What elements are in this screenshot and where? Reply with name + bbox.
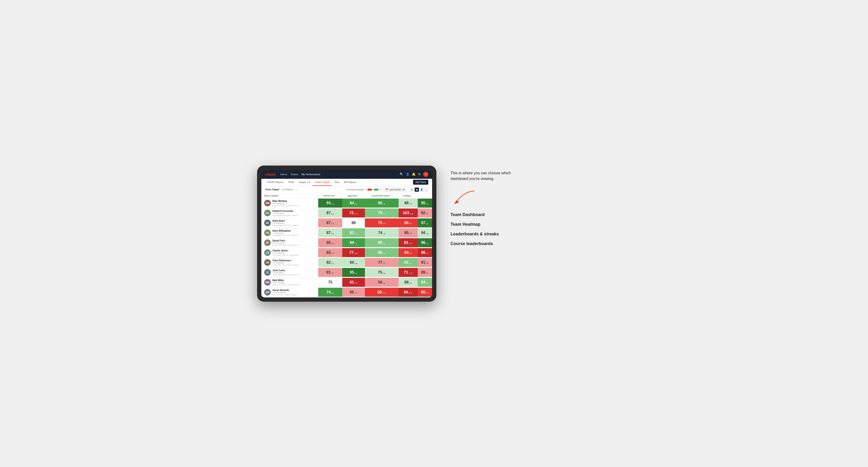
view-download-btn[interactable]: ↓ xyxy=(424,187,428,192)
round-change-control: 20 Round Change -5 +5 xyxy=(346,188,382,191)
player-cell[interactable]: EEElliot Ebert1-5 HandicapSunningdale Go… xyxy=(261,218,318,228)
annotation-course-leaderboards: Course leaderboards xyxy=(451,241,531,246)
player-cell[interactable]: MMMatt Miller6-10 HandicapWoburn Golf Cl… xyxy=(261,277,318,287)
score-value: 85 xyxy=(327,241,331,245)
user-icon[interactable]: 👤 xyxy=(406,173,409,176)
score-change: 3▲ xyxy=(426,243,429,245)
score-cell: 871▲ xyxy=(318,208,342,218)
tab-tour[interactable]: Tour xyxy=(332,179,342,186)
player-avatar: CR xyxy=(264,259,271,266)
score-value: 89 xyxy=(350,241,354,245)
edit-icon[interactable]: ✎ xyxy=(295,188,297,191)
nav-home[interactable]: Home xyxy=(280,172,287,177)
player-cell[interactable]: ANAaron Nicholls11-15 HandicapDrift Golf… xyxy=(261,287,318,297)
view-grid-btn[interactable]: ⊞ xyxy=(410,187,414,192)
score-cell: 7111▼ xyxy=(399,268,418,277)
score-cell: 943▲ xyxy=(418,277,432,287)
player-cell[interactable]: JCJosh Coles1-5 HandicapRoyal North Devo… xyxy=(261,268,318,277)
score-value: 81 xyxy=(327,270,331,275)
player-cell[interactable]: DBDave Billingham1-5 HandicapGog Magog G… xyxy=(261,228,318,238)
team-name: Team Clippd xyxy=(265,188,279,191)
settings-icon[interactable]: ⚙ xyxy=(418,173,421,176)
score-value: 84 xyxy=(404,290,408,294)
score-cell: 853▼ xyxy=(399,228,418,238)
player-club: Sunningdale Golf Club, United Kingdom xyxy=(272,224,301,226)
table-row[interactable]: BMBlair McHargPlus HandicapRoyal North D… xyxy=(261,198,432,208)
score-cell: 941▲ xyxy=(418,228,432,238)
change-scale xyxy=(368,189,378,191)
table-row[interactable]: MMMatt Miller6-10 HandicapWoburn Golf Cl… xyxy=(261,277,432,287)
score-change: 5▲ xyxy=(426,223,429,225)
last-rounds-label: Last Rounds: xyxy=(389,188,401,191)
score-value: 103 xyxy=(403,211,409,215)
view-person-btn[interactable]: 👤 xyxy=(420,187,424,192)
last-rounds-button[interactable]: 📅 Last Rounds: 20 xyxy=(383,187,407,192)
app-logo: clippd xyxy=(265,173,276,176)
score-value: 77 xyxy=(378,260,382,264)
table-row[interactable]: ECEdward Crossman1-5 HandicapSunningdale… xyxy=(261,208,432,218)
tab-pga[interactable]: PGA xyxy=(286,179,296,186)
score-change: 3▼ xyxy=(331,223,334,225)
player-cell[interactable]: ECEdward Crossman1-5 HandicapSunningdale… xyxy=(261,208,318,218)
verified-icon: ✓ xyxy=(291,259,293,261)
score-value: 83 xyxy=(404,250,409,255)
col-putting: Putting → xyxy=(399,193,418,198)
player-name: Chris Robertson✓ xyxy=(272,259,299,262)
tab-pgat-players[interactable]: PGAT Players xyxy=(265,179,286,186)
player-name: Josh Coles xyxy=(272,269,301,272)
player-avatar: CQ xyxy=(264,249,271,256)
score-cell: 866▼ xyxy=(399,218,418,228)
table-row[interactable]: JCJosh Coles1-5 HandicapRoyal North Devo… xyxy=(261,268,432,277)
view-heatmap-btn[interactable]: ▦ xyxy=(415,187,419,192)
player-avatar: BM xyxy=(264,200,271,206)
table-row[interactable]: DFDavid Ford✓Plus HandicapRoyal North De… xyxy=(261,238,432,248)
player-avatar: DF xyxy=(264,239,271,246)
score-value: 58 xyxy=(378,280,382,284)
player-club: Drift Golf Club, United Kingdom xyxy=(272,294,297,296)
table-row[interactable]: CQCharlie Quick✓6-10 HandicapSt. George'… xyxy=(261,248,432,257)
score-change: 1▼ xyxy=(354,292,357,294)
table-row[interactable]: DBDave Billingham1-5 HandicapGog Magog G… xyxy=(261,228,432,238)
player-handicap: 6-10 Handicap xyxy=(272,282,300,284)
player-cell[interactable]: DFDavid Ford✓Plus HandicapRoyal North De… xyxy=(261,238,318,248)
score-cell: 752▲ xyxy=(365,268,399,277)
nav-teams[interactable]: Teams xyxy=(290,172,298,177)
player-name: David Ford✓ xyxy=(272,239,301,242)
score-change: 11▼ xyxy=(354,213,358,215)
tab-hcaps[interactable]: Hcaps 1-5 xyxy=(296,179,313,186)
score-cell: 873▼ xyxy=(318,218,342,228)
score-value: 60 xyxy=(350,260,354,264)
score-cell: 858▲ xyxy=(365,198,399,208)
player-cell[interactable]: CRChris Robertson✓1-5 HandicapCraigmilla… xyxy=(261,257,318,268)
score-cell: 813▼ xyxy=(318,268,342,277)
verified-icon: ✓ xyxy=(288,250,290,252)
score-change: 3▼ xyxy=(331,243,334,245)
table-row[interactable]: ANAaron Nicholls11-15 HandicapDrift Golf… xyxy=(261,287,432,297)
score-cell: 882▼ xyxy=(399,277,418,287)
tab-all-players[interactable]: All Players xyxy=(342,179,359,186)
player-cell[interactable]: BMBlair McHargPlus HandicapRoyal North D… xyxy=(261,198,318,208)
score-cell: 814▲ xyxy=(399,257,418,268)
search-icon[interactable]: 🔍 xyxy=(400,173,403,176)
score-change: 1▲ xyxy=(382,252,385,254)
score-change: 3▼ xyxy=(331,252,334,254)
score-value: 77 xyxy=(349,250,353,255)
score-cell: 799▲ xyxy=(365,208,399,218)
tab-team-clippd[interactable]: Team Clippd xyxy=(313,179,332,186)
avatar[interactable]: U xyxy=(423,172,428,177)
table-row[interactable]: CRChris Robertson✓1-5 HandicapCraigmilla… xyxy=(261,257,432,268)
score-value: 74 xyxy=(327,290,331,294)
score-cell: 801▲ xyxy=(365,248,399,257)
score-value: 85 xyxy=(404,231,409,235)
red-arrow-svg xyxy=(451,189,479,208)
add-team-button[interactable]: Add Team xyxy=(413,180,428,185)
score-value: 82 xyxy=(350,231,354,235)
bell-icon[interactable]: 🔔 xyxy=(412,173,415,176)
player-cell[interactable]: CQCharlie Quick✓6-10 HandicapSt. George'… xyxy=(261,248,318,257)
score-cell: 958▲ xyxy=(342,268,365,277)
table-row[interactable]: EEElliot Ebert1-5 HandicapSunningdale Go… xyxy=(261,218,432,228)
sub-nav: PGAT Players PGA Hcaps 1-5 Team Clippd T… xyxy=(261,179,432,186)
score-value: 71 xyxy=(404,270,408,275)
nav-my-performance[interactable]: My Performance xyxy=(302,172,320,177)
player-club: Royal North Devon Golf Club, United King… xyxy=(272,205,301,207)
